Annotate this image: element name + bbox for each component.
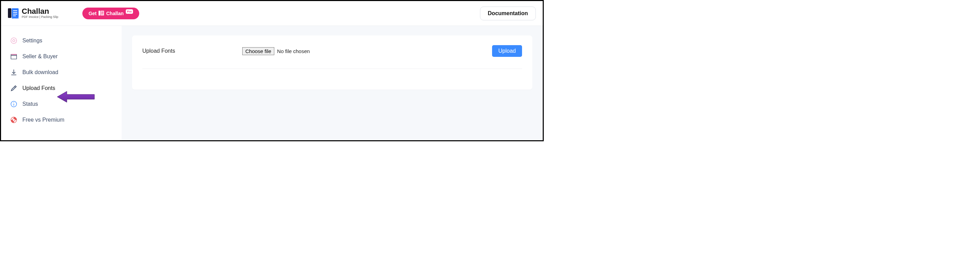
- svg-point-18: [13, 118, 15, 121]
- svg-rect-5: [13, 16, 16, 16]
- sidebar-item-status[interactable]: Status: [7, 96, 122, 112]
- documentation-button[interactable]: Documentation: [480, 6, 536, 20]
- svg-rect-0: [8, 8, 11, 18]
- sidebar-item-seller-buyer[interactable]: Seller & Buyer: [7, 49, 122, 64]
- brand-subtitle: PDF Invoice | Packing Slip: [22, 15, 58, 19]
- store-icon: [10, 53, 18, 60]
- file-status-text: No file chosen: [277, 48, 310, 54]
- sidebar-item-label: Settings: [22, 38, 42, 44]
- svg-rect-6: [99, 11, 100, 16]
- pro-get-label: Get: [89, 11, 97, 16]
- svg-rect-8: [101, 12, 103, 12]
- pen-icon: [10, 84, 18, 92]
- choose-file-button[interactable]: Choose file: [242, 47, 274, 55]
- challan-logo-icon: [8, 8, 19, 19]
- pro-name-label: Challan: [106, 11, 124, 16]
- challan-mini-icon: [99, 10, 104, 16]
- layout: Settings Seller & Buyer Bulk downloa: [1, 26, 543, 140]
- gear-icon: [10, 37, 18, 45]
- svg-point-16: [13, 102, 14, 103]
- svg-rect-2: [13, 10, 17, 11]
- file-picker: Choose file No file chosen: [242, 47, 492, 55]
- header: Challan PDF Invoice | Packing Slip Get C…: [1, 1, 543, 26]
- svg-rect-10: [101, 14, 103, 14]
- info-icon: [10, 100, 18, 108]
- brand-logo[interactable]: Challan PDF Invoice | Packing Slip: [8, 8, 58, 19]
- sidebar-item-settings[interactable]: Settings: [7, 33, 122, 49]
- upload-button[interactable]: Upload: [492, 45, 522, 57]
- header-left: Challan PDF Invoice | Packing Slip Get C…: [8, 8, 139, 19]
- svg-rect-1: [12, 8, 19, 18]
- svg-point-12: [13, 40, 15, 42]
- get-pro-button[interactable]: Get Challan Pro: [82, 8, 139, 19]
- sidebar-item-free-vs-premium[interactable]: Free vs Premium: [7, 112, 122, 128]
- sidebar: Settings Seller & Buyer Bulk downloa: [1, 26, 122, 140]
- svg-point-11: [11, 38, 17, 44]
- download-icon: [10, 69, 18, 76]
- main-content: Upload Fonts Choose file No file chosen …: [122, 26, 543, 140]
- svg-rect-4: [13, 14, 17, 14]
- sidebar-item-bulk-download[interactable]: Bulk download: [7, 64, 122, 80]
- pro-pill-label: Pro: [126, 9, 133, 14]
- upload-fonts-card: Upload Fonts Choose file No file chosen …: [132, 35, 532, 89]
- lifebuoy-icon: [10, 116, 18, 124]
- sidebar-item-label: Status: [22, 101, 38, 107]
- sidebar-item-label: Free vs Premium: [22, 117, 64, 123]
- sidebar-item-label: Bulk download: [22, 69, 58, 75]
- brand-title: Challan: [22, 8, 58, 15]
- sidebar-item-label: Seller & Buyer: [22, 53, 57, 60]
- row-label: Upload Fonts: [142, 48, 242, 54]
- upload-row: Upload Fonts Choose file No file chosen …: [142, 45, 522, 69]
- sidebar-item-label: Upload Fonts: [22, 85, 55, 91]
- svg-rect-3: [13, 12, 17, 13]
- svg-rect-13: [11, 56, 17, 59]
- sidebar-item-upload-fonts[interactable]: Upload Fonts: [7, 80, 122, 96]
